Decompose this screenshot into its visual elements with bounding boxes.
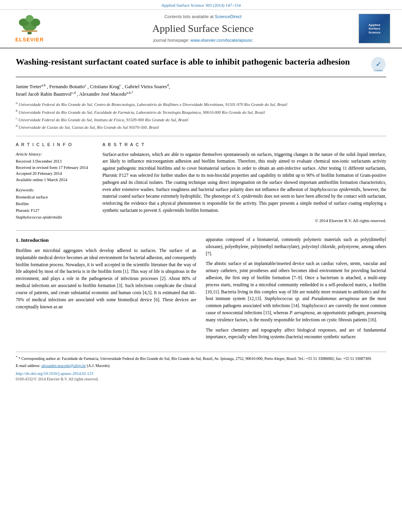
footnote-email-line: E-mail address: alexandre.macedo@ufrgs.b… <box>16 363 386 369</box>
intro-para-1: Biofilms are microbial aggregates which … <box>16 247 196 310</box>
journal-header-center: Contents lists available at ScienceDirec… <box>51 14 355 43</box>
journal-title: Applied Surface Science <box>51 22 355 36</box>
doi-link[interactable]: http://dx.doi.org/10.1016/j.apsusc.2014.… <box>16 371 93 376</box>
elsevier-tree-icon <box>16 14 43 35</box>
author3-sup: c <box>119 83 121 87</box>
author6-name: Israel Jacob Rabin Baumvol <box>16 92 71 97</box>
elsevier-logo: ELSEVIER <box>15 14 44 43</box>
body-col-right: apparatus composed of a biomaterial, com… <box>206 236 386 344</box>
affiliation-a: a Universidade Federal do Rio Grande do … <box>16 100 386 108</box>
author4-name: , Gabriel Vieira Soares <box>122 84 167 89</box>
abstract-header: A B S T R A C T <box>102 142 386 148</box>
journal-cover-image: Applied Surface Science <box>359 14 390 43</box>
svg-text:✓: ✓ <box>376 60 382 68</box>
article-info-header: A R T I C L E I N F O <box>16 142 95 148</box>
crossmark-icon: ✓ CrossMark <box>370 56 386 72</box>
elsevier-label: ELSEVIER <box>15 36 44 43</box>
footnote-email-suffix: (A.J. Macedo). <box>87 363 110 368</box>
keyword-pluronic: Pluronic F127 <box>16 208 95 214</box>
history-online: Available online 1 March 2014 <box>16 177 95 183</box>
author6-sup: c,d <box>71 91 76 95</box>
homepage-link[interactable]: www.elsevier.com/locate/apsusc <box>190 38 253 43</box>
history-revised: Received in revised form 17 February 201… <box>16 165 95 171</box>
keyword-biomedical: Biomedical surface <box>16 194 95 201</box>
copyright-line: © 2014 Elsevier B.V. All rights reserved… <box>102 217 386 224</box>
intro-para-2: apparatus composed of a biomaterial, com… <box>206 236 386 257</box>
body-col-left: 1. Introduction Biofilms are microbial a… <box>16 236 196 344</box>
author2-sup: c <box>85 83 86 87</box>
doi-line[interactable]: http://dx.doi.org/10.1016/j.apsusc.2014.… <box>16 371 386 377</box>
svg-rect-5 <box>22 30 37 32</box>
history-received: Received 3 December 2013 <box>16 158 95 165</box>
journal-header-right: Applied Surface Science <box>355 14 394 43</box>
journal-homepage: journal homepage: www.elsevier.com/locat… <box>51 37 355 43</box>
issn-line: 0169-4332/© 2014 Elsevier B.V. All right… <box>16 376 386 382</box>
intro-section-title: 1. Introduction <box>16 236 196 244</box>
history-accepted: Accepted 20 February 2014 <box>16 171 95 177</box>
abstract-col: A B S T R A C T Surface-active substance… <box>102 142 386 224</box>
journal-ref: Applied Surface Science 303 (2014) 147–1… <box>161 3 240 7</box>
article-info-col: A R T I C L E I N F O Article history: R… <box>16 142 95 224</box>
keyword-staph: Staphylococcus epidermidis <box>16 214 95 221</box>
journal-header: ELSEVIER Contents lists available at Sci… <box>0 10 402 48</box>
footnote-email-label: E-mail address: <box>16 363 40 368</box>
keywords-section: Keywords: Biomedical surface Biofilm Plu… <box>16 187 95 221</box>
abstract-text: Surface-active substances, which are abl… <box>102 151 386 224</box>
footnote-email-link[interactable]: alexandre.macedo@ufrgs.br <box>41 363 86 368</box>
keywords-title: Keywords: <box>16 187 95 193</box>
main-body: 1. Introduction Biofilms are microbial a… <box>16 236 386 344</box>
affiliation-b: b Universidade Federal do Rio Grande do … <box>16 108 386 115</box>
affiliation-c: c Universidade Federal do Rio Grande do … <box>16 116 386 123</box>
two-col-section: A R T I C L E I N F O Article history: R… <box>16 142 386 224</box>
author2-name: , Fernando Bonatto <box>47 84 85 89</box>
author7-sup: a,b,* <box>127 91 134 95</box>
section-divider-1 <box>16 136 386 136</box>
authors-line: Janine Tretera,b , Fernando Bonattoc , C… <box>16 83 386 98</box>
contents-line: Contents lists available at ScienceDirec… <box>51 14 355 20</box>
article-title: Washing-resistant surfactant coated surf… <box>16 56 367 68</box>
page-wrapper: Applied Surface Science 303 (2014) 147–1… <box>0 0 402 532</box>
keyword-biofilm: Biofilm <box>16 201 95 208</box>
footnote-area: * * Corresponding author at: Faculdade d… <box>16 352 386 382</box>
two-col-body: 1. Introduction Biofilms are microbial a… <box>16 236 386 344</box>
article-title-section: Washing-resistant surfactant coated surf… <box>16 56 386 77</box>
sciencedirect-link[interactable]: ScienceDirect <box>215 14 242 19</box>
author3-name: , Cristiano Krug <box>87 84 119 89</box>
affiliations: a Universidade Federal do Rio Grande do … <box>16 100 386 130</box>
footnote-corresponding: * * Corresponding author at: Faculdade d… <box>16 355 386 361</box>
history-title: Article history: <box>16 151 95 157</box>
svg-text:CrossMark: CrossMark <box>374 69 383 72</box>
intro-para-4: The surface chemistry and topography aff… <box>206 327 386 341</box>
author1-sup: a,b <box>41 83 46 87</box>
article-history: Article history: Received 3 December 201… <box>16 151 95 183</box>
journal-header-left: ELSEVIER <box>8 14 51 43</box>
author1-name: Janine Treter <box>16 84 41 89</box>
top-journal-bar: Applied Surface Science 303 (2014) 147–1… <box>0 0 402 10</box>
intro-para-3: The abiotic surface of an implantable/in… <box>206 260 386 323</box>
svg-point-4 <box>26 15 34 22</box>
affiliation-d: d Universidade de Caxias do Sul, Caxias … <box>16 123 386 130</box>
section-divider-2 <box>16 230 386 231</box>
article-content: Washing-resistant surfactant coated surf… <box>0 48 402 390</box>
author7-name: , Alexandre José Macedo <box>77 92 127 97</box>
